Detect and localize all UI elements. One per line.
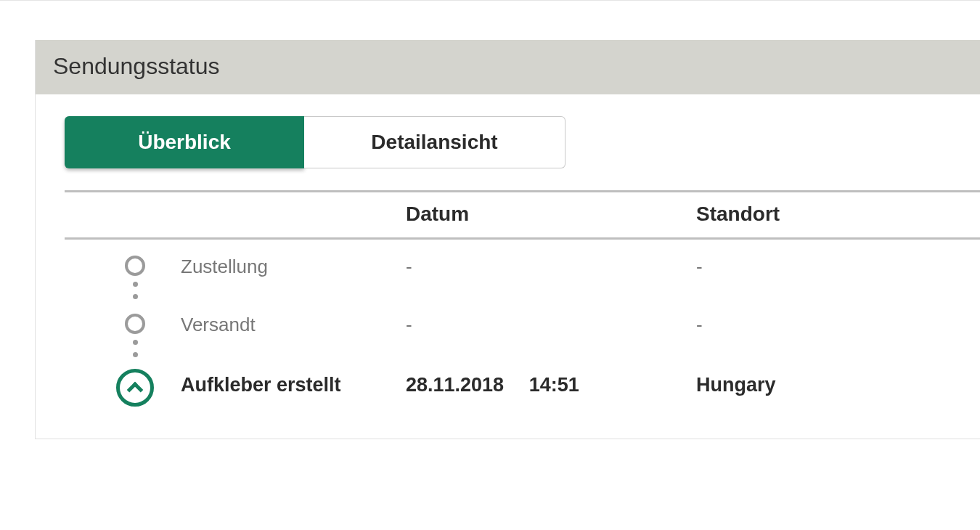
cell-status: Aufkleber erstellt bbox=[181, 372, 406, 398]
status-marker-open-icon bbox=[125, 256, 145, 276]
timeline-dots-icon bbox=[133, 334, 138, 362]
cell-location: - bbox=[696, 314, 980, 336]
timeline-cell bbox=[65, 314, 181, 362]
table-header-row: Datum Standort bbox=[65, 203, 980, 226]
table-row: Aufkleber erstellt 28.11.2018 14:51 Hung… bbox=[65, 362, 980, 418]
column-header-status bbox=[181, 203, 406, 226]
cell-status: Versandt bbox=[181, 314, 406, 336]
timeline-cell bbox=[65, 256, 181, 303]
table-row: Versandt - - bbox=[65, 303, 980, 362]
shipment-status-panel: Sendungsstatus Überblick Detailansicht D… bbox=[35, 40, 980, 439]
status-marker-current-icon bbox=[116, 369, 154, 407]
table-row: Zustellung - - bbox=[65, 245, 980, 303]
panel-body: Überblick Detailansicht Datum Standort Z… bbox=[36, 94, 980, 439]
column-header-timeline bbox=[65, 203, 181, 226]
divider bbox=[65, 190, 980, 192]
cell-date: 28.11.2018 14:51 bbox=[406, 372, 696, 398]
panel-header: Sendungsstatus bbox=[36, 40, 980, 94]
chevron-up-icon bbox=[127, 382, 144, 399]
column-header-date: Datum bbox=[406, 203, 696, 226]
status-marker-open-icon bbox=[125, 314, 145, 334]
cell-date: - bbox=[406, 314, 696, 336]
cell-location: - bbox=[696, 256, 980, 278]
tab-overview[interactable]: Überblick bbox=[65, 116, 304, 168]
timeline-dots-icon bbox=[133, 276, 138, 303]
timeline-cell bbox=[65, 372, 181, 407]
cell-status: Zustellung bbox=[181, 256, 406, 278]
divider bbox=[65, 237, 980, 240]
column-header-location: Standort bbox=[696, 203, 980, 226]
view-tabs: Überblick Detailansicht bbox=[65, 116, 980, 168]
cell-location: Hungary bbox=[696, 372, 980, 398]
cell-date: - bbox=[406, 256, 696, 278]
tab-detail[interactable]: Detailansicht bbox=[304, 116, 565, 168]
panel-title: Sendungsstatus bbox=[53, 53, 963, 80]
